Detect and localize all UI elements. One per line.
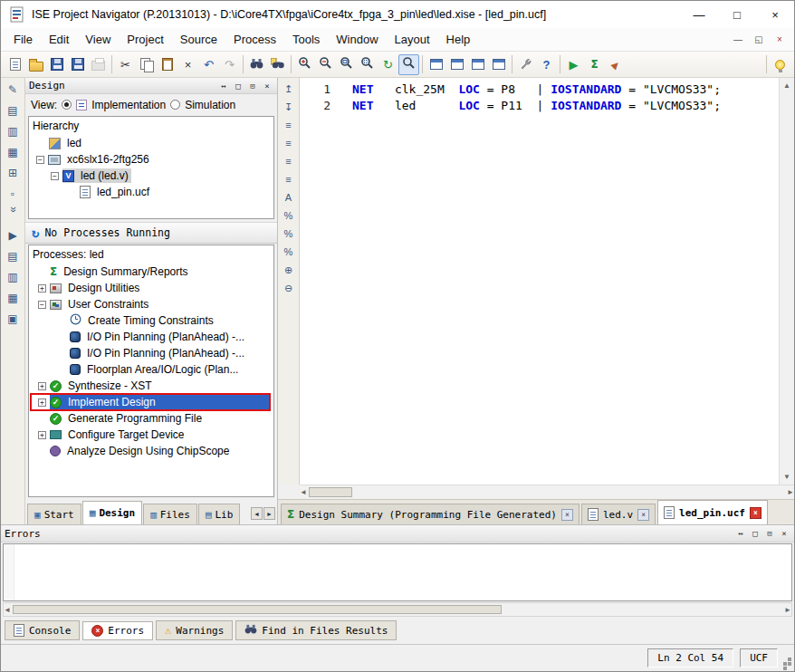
copy-button[interactable] bbox=[136, 54, 157, 75]
zoom-out-button[interactable] bbox=[315, 54, 336, 75]
expand-folds-icon[interactable]: ⊕ bbox=[281, 263, 297, 277]
dock-dock-icon[interactable]: ⊡ bbox=[763, 528, 776, 540]
uncomment-icon[interactable]: % bbox=[281, 226, 297, 241]
minimize-button[interactable]: — bbox=[680, 1, 718, 28]
process-grid-icon[interactable]: ▥ bbox=[4, 269, 22, 285]
menu-file[interactable]: File bbox=[5, 29, 41, 50]
errors-output[interactable] bbox=[3, 543, 792, 601]
scrollbar-thumb[interactable] bbox=[309, 487, 352, 497]
menu-help[interactable]: Help bbox=[438, 29, 479, 50]
tab-find-results[interactable]: Find in Files Results bbox=[235, 620, 397, 640]
comment-icon[interactable]: % bbox=[281, 208, 297, 223]
process-row-implement[interactable]: + ✓ Implement Design bbox=[31, 394, 270, 410]
tab-scroll-left-icon[interactable]: ◄ bbox=[251, 507, 263, 520]
errors-horizontal-scrollbar[interactable]: ◄ ► bbox=[3, 602, 792, 617]
code-editor[interactable]: 1 2 NET clk_25M LOC = P8 | IOSTANDARD = … bbox=[300, 78, 794, 485]
undo-button[interactable]: ↶ bbox=[198, 54, 219, 75]
device-view-icon[interactable]: ▦ bbox=[4, 144, 22, 160]
menu-process[interactable]: Process bbox=[225, 29, 284, 50]
tree-row-ucf[interactable]: led_pin.ucf bbox=[31, 184, 272, 200]
menu-source[interactable]: Source bbox=[172, 29, 225, 50]
prev-bookmark-icon[interactable]: ↥ bbox=[281, 82, 297, 96]
process-row-constraints[interactable]: − User Constraints bbox=[31, 296, 272, 312]
tree-row-module[interactable]: − V led (led.v) bbox=[31, 168, 272, 184]
scroll-right-icon[interactable]: ► bbox=[784, 602, 791, 618]
menu-project[interactable]: Project bbox=[119, 29, 171, 50]
process-row-floorplan[interactable]: Floorplan Area/IO/Logic (Plan... bbox=[31, 361, 272, 378]
dock-float-icon[interactable]: ↔ bbox=[217, 80, 230, 91]
tree-row-device[interactable]: − xc6slx16-2ftg256 bbox=[31, 151, 272, 168]
collapse-box-icon[interactable]: − bbox=[38, 301, 46, 309]
process-row-summary[interactable]: Σ Design Summary/Reports bbox=[31, 264, 272, 280]
dock-maximize-icon[interactable]: □ bbox=[232, 80, 244, 91]
zoom-in-button[interactable] bbox=[294, 54, 315, 75]
summary-view-icon[interactable]: ▤ bbox=[4, 102, 22, 119]
expand-box-icon[interactable]: + bbox=[38, 382, 46, 390]
float-window-button[interactable] bbox=[488, 54, 509, 75]
process-row-synthesize[interactable]: + ✓ Synthesize - XST bbox=[31, 378, 272, 394]
editor-vertical-scrollbar[interactable]: ▲ ▼ bbox=[779, 78, 794, 485]
scrollbar-thumb[interactable] bbox=[13, 605, 502, 614]
menu-edit[interactable]: Edit bbox=[41, 29, 77, 50]
close-tab-icon[interactable]: × bbox=[561, 509, 573, 521]
delete-button[interactable]: × bbox=[177, 54, 198, 75]
indent-icon[interactable]: ≡ bbox=[281, 136, 297, 150]
collapse-folds-icon[interactable]: ⊖ bbox=[281, 281, 297, 295]
mdi-close-icon[interactable]: × bbox=[773, 34, 786, 44]
expand-box-icon[interactable]: + bbox=[38, 431, 46, 439]
settings-button[interactable] bbox=[515, 54, 536, 75]
font-size-icon[interactable]: A bbox=[281, 190, 297, 205]
editor-horizontal-scrollbar[interactable]: ◄ ► bbox=[300, 485, 794, 499]
scroll-left-icon[interactable]: ◄ bbox=[4, 602, 11, 618]
edit-source-icon[interactable]: ✎ bbox=[4, 82, 22, 98]
tips-button[interactable] bbox=[770, 54, 790, 75]
close-tab-icon[interactable]: × bbox=[637, 509, 649, 521]
impact-launch-button[interactable]: ► bbox=[605, 54, 626, 75]
dock-close-icon[interactable]: × bbox=[778, 528, 790, 540]
dock-close-icon[interactable]: × bbox=[261, 80, 273, 91]
mdi-minimize-icon[interactable]: — bbox=[732, 34, 744, 44]
find-in-files-button[interactable] bbox=[267, 54, 288, 75]
tab-start[interactable]: ▣ Start bbox=[27, 504, 81, 524]
bookmark-list-icon[interactable]: ≡ bbox=[281, 118, 297, 132]
code-text[interactable]: NET clk_25M LOC = P8 | IOSTANDARD = "LVC… bbox=[340, 78, 779, 485]
process-row-timing[interactable]: Create Timing Constraints bbox=[31, 312, 272, 329]
close-tab-icon[interactable]: × bbox=[750, 507, 761, 519]
process-row-configure[interactable]: + Configure Target Device bbox=[31, 427, 272, 443]
context-help-button[interactable]: ? bbox=[536, 54, 557, 75]
tab-design-summary[interactable]: Σ Design Summary (Programming File Gener… bbox=[281, 504, 579, 524]
tab-console[interactable]: Console bbox=[5, 620, 80, 640]
tab-led-pin-ucf[interactable]: led_pin.ucf × bbox=[657, 500, 768, 524]
tree-row-project[interactable]: led bbox=[31, 135, 272, 151]
find-button[interactable] bbox=[246, 54, 267, 75]
scroll-up-icon[interactable]: ▲ bbox=[783, 78, 790, 93]
process-row-utilities[interactable]: + Design Utilities bbox=[31, 280, 272, 296]
simulation-radio[interactable] bbox=[170, 100, 180, 110]
menu-window[interactable]: Window bbox=[328, 29, 386, 50]
tab-libraries[interactable]: ▤ Lib bbox=[198, 504, 241, 524]
zoom-full-button[interactable] bbox=[336, 54, 357, 75]
design-grid-icon[interactable]: ▤ bbox=[4, 248, 22, 264]
tile-vertical-button[interactable] bbox=[467, 54, 488, 75]
cascade-windows-button[interactable] bbox=[426, 54, 446, 75]
expand-box-icon[interactable]: + bbox=[38, 284, 46, 293]
tab-errors[interactable]: × Errors bbox=[82, 621, 153, 640]
files-view-icon[interactable]: ▥ bbox=[4, 123, 22, 139]
dock-maximize-icon[interactable]: □ bbox=[749, 528, 761, 540]
process-row-pin-planning-2[interactable]: I/O Pin Planning (PlanAhead) -... bbox=[31, 345, 272, 361]
line-tools-icon[interactable]: ≡ bbox=[281, 172, 297, 187]
menu-layout[interactable]: Layout bbox=[387, 29, 438, 50]
process-row-generate[interactable]: ✓ Generate Programming File bbox=[31, 410, 272, 427]
dock-dock-icon[interactable]: ⊡ bbox=[246, 80, 259, 91]
paste-button[interactable] bbox=[157, 54, 177, 75]
run-strip-icon[interactable]: ▶ bbox=[4, 227, 22, 244]
new-file-button[interactable] bbox=[5, 54, 25, 75]
workspace-grid-icon[interactable]: ▣ bbox=[4, 311, 22, 327]
maximize-button[interactable]: □ bbox=[718, 1, 756, 28]
zoom-selection-button[interactable] bbox=[357, 54, 378, 75]
next-bookmark-icon[interactable]: ↧ bbox=[281, 100, 297, 114]
menu-tools[interactable]: Tools bbox=[284, 29, 328, 50]
auto-zoom-button[interactable] bbox=[398, 54, 419, 75]
print-button[interactable] bbox=[88, 54, 109, 75]
implementation-radio[interactable] bbox=[62, 100, 72, 110]
